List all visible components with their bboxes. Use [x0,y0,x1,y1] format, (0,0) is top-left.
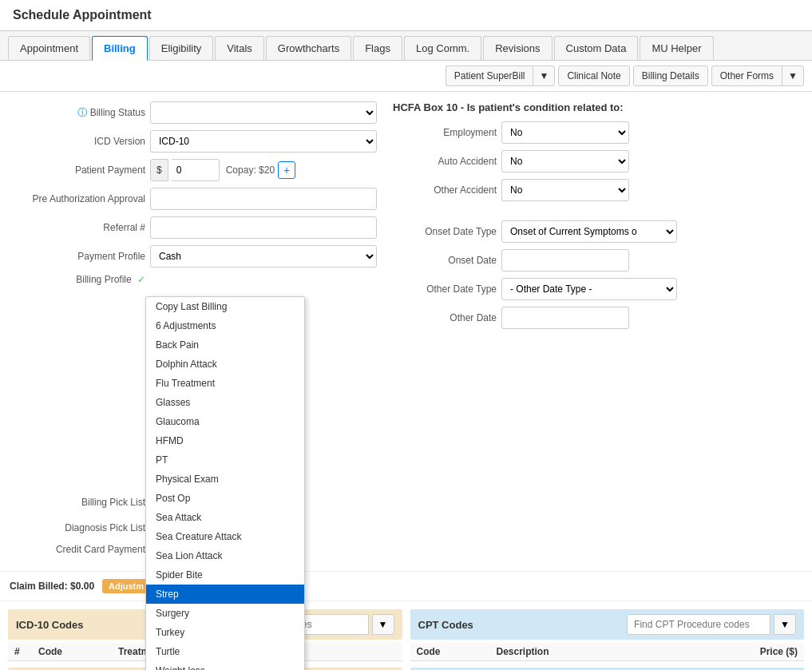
icd-version-select[interactable]: ICD-10 ICD-9 [150,130,377,153]
cpt-section-header: CPT Codes ▼ [410,609,805,640]
other-accident-select[interactable]: No Yes [501,179,629,201]
onset-date-label: Onset Date [393,255,497,266]
dropdown-item-6adj[interactable]: 6 Adjustments [146,316,304,335]
summary-bar: Claim Billed: $0.00 Adjustm $0.00 Patien… [0,571,812,601]
currency-symbol: $ [150,159,168,181]
icd10-find-button[interactable]: ▼ [372,614,394,635]
clinical-note-button[interactable]: Clinical Note [558,65,629,86]
cpt-col-code: Code [417,646,497,657]
cpt-col-desc: Description [497,646,735,657]
dropdown-item-pt[interactable]: PT [146,450,304,470]
adjustment-button[interactable]: Adjustm [102,579,150,593]
pre-auth-row: Pre Authorization Approval [10,188,377,210]
icd10-col-hash: # [14,646,38,657]
dropdown-item-sea-creature[interactable]: Sea Creature Attack [146,527,304,546]
dropdown-item-post-op[interactable]: Post Op [146,489,304,508]
patient-superbill-dropdown-button[interactable]: ▼ [533,65,555,86]
dropdown-item-strep[interactable]: Strep [146,585,304,604]
dropdown-item-turkey[interactable]: Turkey [146,623,304,642]
toolbar: Patient SuperBill ▼ Clinical Note Billin… [0,61,812,92]
copay-label: Copay: $20 [226,165,275,176]
tabs-bar: Appointment Billing Eligibility Vitals G… [0,31,812,61]
claim-billed-label: Claim Billed: $0.00 [10,581,94,592]
dropdown-item-glaucoma[interactable]: Glaucoma [146,412,304,431]
billing-pick-list-label: Billing Pick List [10,497,145,508]
dropdown-item-weight-loss[interactable]: Weight loss [146,661,304,670]
tab-flags[interactable]: Flags [353,36,402,60]
employment-row: Employment No Yes [393,121,802,144]
other-forms-dropdown-button[interactable]: ▼ [782,65,804,86]
cpt-title: CPT Codes [418,619,473,631]
dropdown-item-dolphin[interactable]: Dolphin Attack [146,355,304,374]
icd10-title: ICD-10 Codes [16,619,84,631]
other-accident-row: Other Accident No Yes [393,179,802,201]
page-title: Schedule Appointment [13,8,799,22]
dropdown-item-sea-attack[interactable]: Sea Attack [146,508,304,527]
cpt-col-price: Price ($) [734,646,798,657]
referral-input[interactable] [150,216,377,239]
employment-label: Employment [393,127,497,138]
payment-input-group: $ Copay: $20 + [150,159,295,181]
other-date-input[interactable] [501,307,629,329]
other-date-type-row: Other Date Type - Other Date Type - Acut… [393,278,802,300]
dropdown-item-copy-last[interactable]: Copy Last Billing [146,297,304,316]
page-header: Schedule Appointment [0,0,812,31]
codes-right: CPT Codes ▼ Code Description Price ($) H… [410,609,805,670]
dropdown-item-hfmd[interactable]: HFMD [146,431,304,450]
onset-date-type-select[interactable]: Onset of Current Symptoms o Initial Trea… [501,220,677,243]
tab-log-comm[interactable]: Log Comm. [404,36,481,60]
dropdown-item-sea-lion[interactable]: Sea Lion Attack [146,546,304,565]
checkmark-icon: ✓ [137,274,145,285]
tab-mu-helper[interactable]: MU Helper [640,36,713,60]
auto-accident-select[interactable]: No Yes [501,150,629,172]
pre-auth-input[interactable] [150,188,377,210]
other-date-row: Other Date [393,307,802,329]
other-date-type-select[interactable]: - Other Date Type - Acute Manifestation … [501,278,677,300]
billing-status-select[interactable] [150,101,377,124]
onset-date-type-row: Onset Date Type Onset of Current Symptom… [393,220,802,243]
hcfa-title: HCFA Box 10 - Is patient's condition rel… [393,101,802,113]
auto-accident-label: Auto Accident [393,156,497,167]
tab-revisions[interactable]: Revisions [483,36,552,60]
help-icon: ⓘ [77,107,87,118]
tab-billing[interactable]: Billing [92,36,148,61]
referral-label: Referral # [10,222,145,233]
dropdown-item-glasses[interactable]: Glasses [146,393,304,412]
cpt-find-button[interactable]: ▼ [774,614,796,635]
diagnosis-pick-list-label: Diagnosis Pick List [10,522,145,533]
dropdown-item-spider[interactable]: Spider Bite [146,565,304,585]
patient-payment-input[interactable] [172,159,220,181]
patient-superbill-button[interactable]: Patient SuperBill [446,65,533,86]
other-date-type-label: Other Date Type [393,283,497,295]
other-date-label: Other Date [393,312,497,323]
billing-details-button[interactable]: Billing Details [633,65,708,86]
cpt-find-input[interactable] [627,614,770,635]
dropdown-item-turtle[interactable]: Turtle [146,642,304,661]
tab-custom-data[interactable]: Custom Data [554,36,639,60]
referral-row: Referral # [10,216,377,239]
employment-select[interactable]: No Yes [501,121,629,144]
dropdown-item-back-pain[interactable]: Back Pain [146,335,304,355]
tab-vitals[interactable]: Vitals [215,36,264,60]
dropdown-item-surgery[interactable]: Surgery [146,604,304,623]
auto-accident-row: Auto Accident No Yes [393,150,802,172]
main-content: ⓘ Billing Status ICD Version ICD-10 ICD-… [0,92,812,571]
dropdown-item-physical-exam[interactable]: Physical Exam [146,470,304,489]
patient-superbill-split: Patient SuperBill ▼ [446,65,556,86]
other-forms-button[interactable]: Other Forms [711,65,782,86]
tab-eligibility[interactable]: Eligibility [149,36,214,60]
tab-growthcharts[interactable]: Growthcharts [266,36,351,60]
add-payment-button[interactable]: + [278,161,295,179]
left-form: ⓘ Billing Status ICD Version ICD-10 ICD-… [10,101,377,561]
icd-version-row: ICD Version ICD-10 ICD-9 [10,130,377,153]
credit-card-label: Credit Card Payment [10,544,145,555]
dropdown-item-flu[interactable]: Flu Treatment [146,374,304,393]
tab-appointment[interactable]: Appointment [8,36,90,60]
patient-payment-row: Patient Payment $ Copay: $20 + [10,159,377,181]
onset-date-input[interactable] [501,249,629,272]
onset-date-row: Onset Date [393,249,802,272]
billing-profile-dropdown: Copy Last Billing 6 Adjustments Back Pai… [145,296,305,670]
payment-profile-label: Payment Profile [10,251,145,262]
cpt-table-headers: Code Description Price ($) [410,643,805,661]
payment-profile-select[interactable]: Cash [150,245,377,268]
